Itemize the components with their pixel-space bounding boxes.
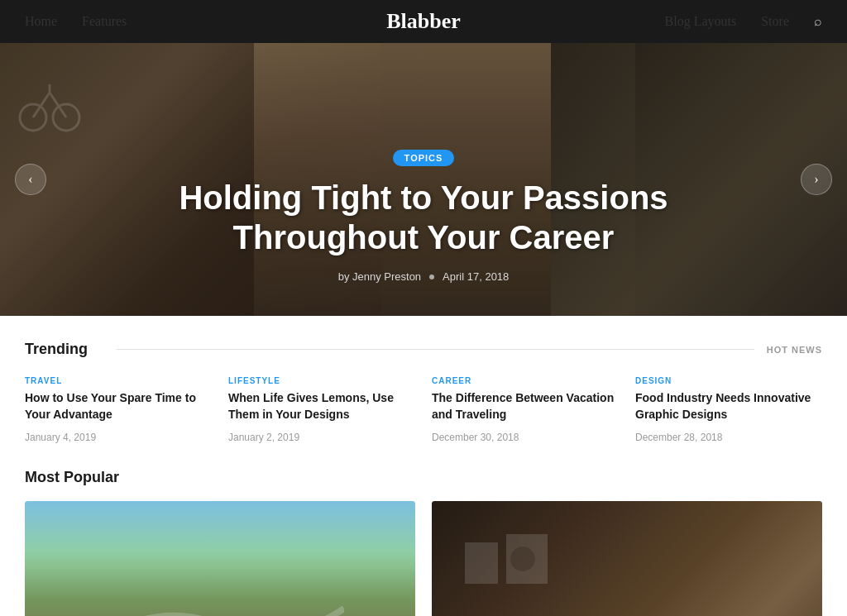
trending-card-2-category: LIFESTYLE (228, 376, 415, 385)
site-logo[interactable]: Blabber (386, 9, 461, 34)
trending-card-1-category: TRAVEL (25, 376, 212, 385)
trending-card-3: CAREER The Difference Between Vacation a… (432, 376, 619, 444)
trending-card-2-title[interactable]: When Life Gives Lemons, Use Them in Your… (228, 390, 415, 423)
navbar: Home Features Blabber Blog Layouts Store… (0, 0, 847, 43)
trending-card-2-date: January 2, 2019 (228, 432, 299, 443)
nav-store[interactable]: Store (761, 14, 789, 29)
trending-card-1: TRAVEL How to Use Your Spare Time to You… (25, 376, 212, 444)
trending-card-3-category: CAREER (432, 376, 619, 385)
trending-card-4: DESIGN Food Industry Needs Innovative Gr… (635, 376, 822, 444)
popular-card-running[interactable] (25, 501, 415, 616)
trending-card-4-title[interactable]: Food Industry Needs Innovative Graphic D… (635, 390, 822, 423)
trending-header: Trending HOT NEWS (25, 341, 822, 358)
hero-author: by Jenny Preston (338, 270, 421, 283)
hot-news-label: HOT NEWS (767, 345, 822, 355)
trending-grid: TRAVEL How to Use Your Spare Time to You… (25, 376, 822, 444)
trending-card-2: LIFESTYLE When Life Gives Lemons, Use Th… (228, 376, 415, 444)
hero-section: ‹ › TOPICS Holding Tight to Your Passion… (0, 43, 847, 316)
popular-section: Most Popular (0, 461, 847, 616)
popular-grid (25, 501, 822, 616)
hero-tag[interactable]: TOPICS (393, 150, 455, 166)
popular-card-craft-overlay (432, 501, 822, 616)
popular-card-running-overlay (25, 501, 415, 616)
hero-content: TOPICS Holding Tight to Your Passions Th… (0, 150, 847, 316)
nav-blog-layouts[interactable]: Blog Layouts (665, 14, 737, 29)
nav-right-links: Blog Layouts Store (665, 14, 789, 29)
popular-title: Most Popular (25, 469, 822, 486)
trending-divider (117, 349, 754, 350)
nav-right-area: Blog Layouts Store ⌕ (665, 14, 822, 29)
meta-separator (429, 275, 434, 279)
hero-meta: by Jenny Preston April 17, 2018 (99, 270, 748, 283)
trending-card-4-date: December 28, 2018 (635, 432, 722, 443)
hero-date: April 17, 2018 (443, 270, 509, 283)
trending-card-3-date: December 30, 2018 (432, 432, 519, 443)
trending-card-3-title[interactable]: The Difference Between Vacation and Trav… (432, 390, 619, 423)
nav-features[interactable]: Features (82, 14, 127, 29)
trending-title: Trending (25, 341, 104, 358)
popular-card-craft[interactable] (432, 501, 822, 616)
trending-card-4-category: DESIGN (635, 376, 822, 385)
hero-decor-bicycle (17, 68, 83, 134)
hero-title: Holding Tight to Your Passions Throughou… (99, 178, 748, 257)
search-icon[interactable]: ⌕ (814, 14, 822, 29)
trending-section: Trending HOT NEWS TRAVEL How to Use Your… (0, 316, 847, 461)
trending-card-1-date: January 4, 2019 (25, 432, 96, 443)
nav-left-links: Home Features (25, 14, 127, 29)
nav-home[interactable]: Home (25, 14, 57, 29)
trending-card-1-title[interactable]: How to Use Your Spare Time to Your Advan… (25, 390, 212, 423)
